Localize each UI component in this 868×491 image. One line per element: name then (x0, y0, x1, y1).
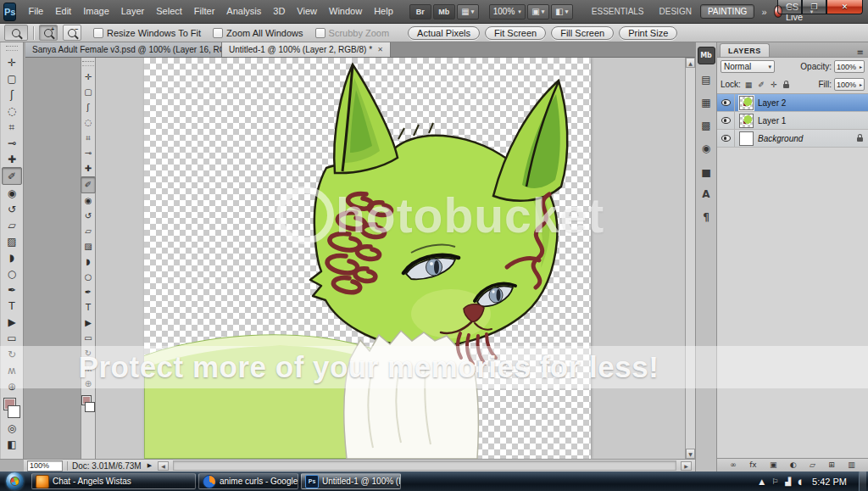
clone-stamp-tool[interactable]: ◉ (81, 193, 95, 209)
scroll-down-arrow[interactable]: ▼ (686, 449, 695, 459)
checkbox-scrubby-zoom[interactable]: Scrubby Zoom (315, 28, 390, 38)
blend-mode-select[interactable]: Normal ▾ (721, 60, 775, 73)
layer-thumbnail[interactable] (739, 131, 754, 146)
gradient-tool[interactable]: ▨ (3, 233, 21, 249)
layer-row-background[interactable]: Background (717, 130, 868, 148)
quick-selection-tool[interactable]: ◌ (3, 103, 21, 119)
blur-tool[interactable]: ◗ (3, 249, 21, 265)
view-extras-button[interactable]: ▦ ▾ (457, 4, 479, 20)
show-desktop-button[interactable] (859, 471, 866, 491)
fit-screen-button[interactable]: Fit Screen (485, 26, 546, 40)
dodge-tool[interactable]: ○ (81, 270, 95, 285)
gradient-tool[interactable]: ▨ (81, 239, 95, 254)
3d-rotate-tool[interactable]: ↻ (81, 346, 95, 361)
tab-untitled-1[interactable]: Untitled-1 @ 100% (Layer 2, RGB/8) * ✕ (222, 42, 391, 57)
opacity-value-field[interactable]: 100% ▸ (834, 60, 865, 73)
vertical-scrollbar[interactable]: ▲ ▼ (685, 58, 695, 459)
menu-layer[interactable]: Layer (115, 0, 151, 23)
delete-layer-icon[interactable]: ▥ (848, 461, 855, 469)
lock-pixels-icon[interactable]: ✐ (756, 81, 766, 89)
status-flyout-arrow[interactable]: ▶ (146, 462, 153, 469)
workspace-design[interactable]: DESIGN (653, 4, 698, 19)
panel-grip[interactable] (6, 46, 18, 51)
scrollbar-track[interactable] (686, 68, 695, 449)
screen-mode-button[interactable]: ◧ (3, 436, 21, 452)
mini-bridge-icon[interactable]: Mb (698, 47, 715, 64)
network-icon[interactable]: ▟ (785, 477, 791, 486)
layer-row-layer-1[interactable]: Layer 1 (717, 112, 868, 130)
link-layers-icon[interactable]: ∞ (730, 461, 737, 469)
zoom-level-field[interactable]: 100% ▾ (489, 4, 526, 20)
clone-stamp-tool[interactable]: ◉ (3, 185, 21, 201)
zoom-field[interactable]: 100% (27, 460, 63, 471)
type-tool[interactable]: T (3, 298, 21, 314)
bridge-button[interactable]: Br (409, 4, 431, 20)
start-button[interactable] (6, 472, 24, 490)
close-button[interactable]: ✕ (826, 0, 863, 14)
tray-expand-icon[interactable]: ▲ (759, 477, 765, 486)
panel-grip[interactable] (82, 61, 94, 66)
minimize-button[interactable]: – (777, 0, 802, 14)
scroll-left-arrow[interactable]: ◀ (158, 461, 169, 471)
background-color-swatch[interactable] (85, 402, 95, 412)
rectangular-marquee-tool[interactable]: ▢ (3, 70, 21, 86)
lock-position-icon[interactable]: ✛ (769, 81, 779, 89)
history-brush-tool[interactable]: ↺ (81, 209, 95, 224)
layer-visibility-toggle[interactable] (717, 130, 735, 147)
styles-icon[interactable]: ▩ (698, 117, 715, 133)
scroll-right-arrow[interactable]: ▶ (681, 461, 692, 471)
shape-tool[interactable]: ▭ (3, 330, 21, 346)
fill-value-field[interactable]: 100% ▸ (834, 78, 865, 91)
swatches-icon[interactable]: ▦ (698, 94, 715, 110)
pen-tool[interactable]: ✒ (81, 285, 95, 300)
tab-close-icon[interactable]: ✕ (377, 46, 383, 53)
type-tool[interactable]: T (81, 300, 95, 315)
eraser-tool[interactable]: ▱ (3, 217, 21, 233)
background-color-swatch[interactable] (8, 405, 20, 418)
eyedropper-tool[interactable]: ⊸ (3, 135, 21, 151)
workspace-essentials[interactable]: ESSENTIALS (585, 4, 651, 19)
crop-tool[interactable]: ⌗ (81, 131, 95, 146)
lock-transparency-icon[interactable]: ▦ (743, 81, 754, 89)
brush-tool[interactable]: ✐ (81, 176, 96, 193)
menu-help[interactable]: Help (368, 0, 399, 23)
lock-all-icon[interactable] (782, 81, 792, 88)
arrange-documents-button[interactable]: ▣ ▾ (527, 4, 549, 20)
layer-visibility-toggle[interactable] (717, 94, 735, 111)
info-icon[interactable]: ◉ (698, 140, 715, 156)
screen-mode-button[interactable]: ◧ ▾ (551, 4, 573, 20)
healing-brush-tool[interactable]: ✚ (81, 161, 95, 176)
healing-brush-tool[interactable]: ✚ (3, 151, 21, 167)
horizontal-scrollbar[interactable] (173, 460, 676, 471)
cat-artwork[interactable] (144, 58, 591, 459)
rectangular-marquee-tool[interactable]: ▢ (81, 85, 95, 100)
tab-sanya-adult-female[interactable]: Sanya Adult Female v3.psd @ 100% (Layer … (25, 42, 222, 57)
shape-tool[interactable]: ▭ (81, 331, 95, 346)
layer-style-icon[interactable]: fx (749, 461, 757, 469)
print-size-button[interactable]: Print Size (619, 26, 677, 40)
hand-tool[interactable]: ʍ (81, 361, 95, 377)
crop-tool[interactable]: ⌗ (3, 119, 21, 135)
layer-thumbnail[interactable] (739, 114, 754, 128)
history-brush-tool[interactable]: ↺ (3, 201, 21, 217)
checkbox-zoom-all-windows[interactable]: Zoom All Windows (213, 28, 303, 38)
quick-mask-button[interactable]: ◎ (3, 420, 21, 436)
lasso-tool[interactable]: ʃ (3, 86, 21, 103)
minibridge-button[interactable]: Mb (433, 4, 455, 20)
dodge-tool[interactable]: ○ (3, 265, 21, 282)
new-layer-icon[interactable]: ⊞ (828, 461, 835, 469)
menu-edit[interactable]: Edit (49, 0, 77, 23)
taskbar-item-chat[interactable]: Chat - Angels Wistas (31, 473, 196, 489)
path-selection-tool[interactable]: ▶ (3, 314, 21, 330)
menu-analysis[interactable]: Analysis (220, 0, 267, 23)
zoom-tool[interactable]: ⊕ (81, 377, 95, 392)
move-tool[interactable]: ✛ (81, 70, 95, 85)
taskbar-item-firefox[interactable]: anime curls - Google... (198, 473, 298, 489)
layer-mask-icon[interactable]: ▣ (770, 461, 777, 469)
workspace-painting[interactable]: PAINTING (700, 4, 754, 19)
zoom-tool[interactable]: ⊕ (3, 378, 21, 394)
menu-3d[interactable]: 3D (267, 0, 291, 23)
checkbox-box[interactable] (315, 28, 326, 38)
layer-row-layer-2[interactable]: Layer 2 (717, 94, 868, 112)
eyedropper-tool[interactable]: ⊸ (81, 146, 95, 161)
